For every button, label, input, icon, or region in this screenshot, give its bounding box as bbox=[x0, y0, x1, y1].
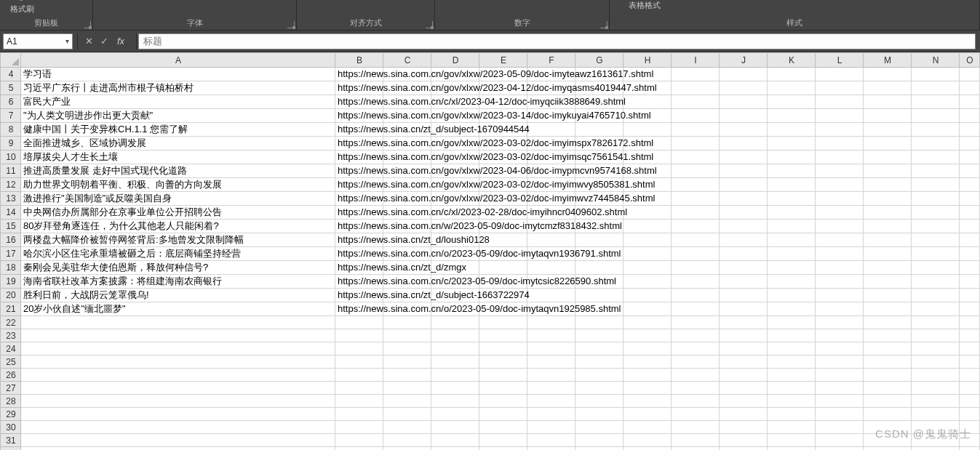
cell[interactable] bbox=[912, 302, 960, 316]
cell[interactable] bbox=[912, 150, 960, 164]
cell[interactable] bbox=[527, 342, 575, 355]
cell[interactable] bbox=[720, 302, 768, 316]
cell[interactable] bbox=[720, 178, 768, 192]
cell[interactable] bbox=[912, 137, 960, 150]
cell[interactable] bbox=[21, 408, 335, 421]
cell[interactable] bbox=[672, 447, 720, 451]
cell[interactable] bbox=[768, 123, 816, 137]
cell[interactable] bbox=[624, 447, 672, 451]
cell[interactable] bbox=[912, 275, 960, 289]
cell[interactable]: 习近平广东行丨走进高州市根子镇柏桥村 bbox=[21, 81, 335, 95]
cell[interactable] bbox=[912, 382, 960, 395]
cell[interactable] bbox=[479, 316, 527, 329]
cell[interactable] bbox=[960, 95, 980, 109]
column-header[interactable]: N bbox=[912, 53, 960, 68]
cell[interactable] bbox=[383, 408, 431, 421]
cell[interactable] bbox=[960, 178, 980, 192]
cell[interactable] bbox=[720, 164, 768, 178]
cell[interactable] bbox=[768, 178, 816, 192]
cell[interactable] bbox=[816, 68, 864, 81]
cell[interactable] bbox=[527, 289, 575, 302]
cell[interactable] bbox=[960, 369, 980, 382]
cell[interactable] bbox=[912, 395, 960, 408]
cell[interactable] bbox=[672, 342, 720, 355]
cell[interactable] bbox=[720, 355, 768, 369]
cell[interactable] bbox=[672, 233, 720, 247]
cell[interactable] bbox=[816, 382, 864, 395]
row-header[interactable]: 12 bbox=[1, 178, 21, 192]
cell[interactable] bbox=[335, 421, 383, 434]
row-header[interactable]: 17 bbox=[1, 247, 21, 261]
cell[interactable] bbox=[624, 220, 672, 233]
cell[interactable] bbox=[672, 123, 720, 137]
row-header[interactable]: 24 bbox=[1, 342, 21, 355]
column-header[interactable]: K bbox=[768, 53, 816, 68]
cell[interactable] bbox=[720, 421, 768, 434]
cell[interactable] bbox=[864, 302, 912, 316]
cell[interactable] bbox=[768, 247, 816, 261]
cell[interactable] bbox=[21, 355, 335, 369]
cell[interactable] bbox=[960, 408, 980, 421]
cell[interactable]: 激进推行"美国制造"或反噬美国自身 bbox=[21, 192, 335, 206]
cell[interactable] bbox=[527, 261, 575, 275]
cell[interactable] bbox=[768, 95, 816, 109]
cell[interactable] bbox=[864, 395, 912, 408]
cell[interactable] bbox=[960, 247, 980, 261]
cell[interactable] bbox=[912, 261, 960, 275]
row-header[interactable]: 7 bbox=[1, 109, 21, 123]
cell[interactable]: 健康中国丨关于变异株CH.1.1 您需了解 bbox=[21, 123, 335, 137]
row-header[interactable]: 4 bbox=[1, 68, 21, 81]
cell[interactable] bbox=[720, 109, 768, 123]
cell[interactable] bbox=[335, 382, 383, 395]
cell[interactable] bbox=[527, 123, 575, 137]
cell[interactable] bbox=[624, 395, 672, 408]
cell[interactable] bbox=[864, 95, 912, 109]
cell[interactable] bbox=[335, 355, 383, 369]
cell[interactable] bbox=[960, 395, 980, 408]
column-header[interactable]: C bbox=[383, 53, 431, 68]
cell[interactable]: 海南省联社改革方案披露：将组建海南农商银行 bbox=[21, 275, 335, 289]
cell[interactable] bbox=[383, 447, 431, 451]
cell[interactable] bbox=[383, 316, 431, 329]
cell[interactable] bbox=[960, 355, 980, 369]
cell[interactable] bbox=[960, 382, 980, 395]
cell[interactable] bbox=[431, 395, 479, 408]
cell[interactable] bbox=[912, 68, 960, 81]
cell[interactable] bbox=[21, 395, 335, 408]
cell[interactable] bbox=[864, 421, 912, 434]
cell[interactable] bbox=[816, 164, 864, 178]
cell[interactable] bbox=[21, 342, 335, 355]
cell[interactable] bbox=[960, 123, 980, 137]
cell[interactable] bbox=[912, 447, 960, 451]
cell[interactable] bbox=[720, 434, 768, 447]
row-header[interactable]: 30 bbox=[1, 421, 21, 434]
cell[interactable] bbox=[479, 329, 527, 342]
cell[interactable] bbox=[864, 206, 912, 220]
cell[interactable] bbox=[864, 369, 912, 382]
cell[interactable] bbox=[960, 233, 980, 247]
row-header[interactable]: 26 bbox=[1, 369, 21, 382]
cell[interactable] bbox=[912, 408, 960, 421]
cell[interactable]: https://news.sina.com.cn/gov/xlxw/2023-0… bbox=[335, 81, 383, 95]
cell[interactable] bbox=[624, 247, 672, 261]
cell[interactable]: 80岁拜登角逐连任，为什么其他老人只能闲着? bbox=[21, 220, 335, 233]
cell[interactable] bbox=[816, 178, 864, 192]
cell[interactable] bbox=[816, 275, 864, 289]
cell[interactable] bbox=[816, 355, 864, 369]
cell[interactable] bbox=[335, 316, 383, 329]
cell[interactable] bbox=[960, 206, 980, 220]
cell[interactable] bbox=[624, 421, 672, 434]
cell[interactable]: https://news.sina.cn/zt_d/subject-167094… bbox=[335, 123, 383, 137]
cell[interactable] bbox=[21, 421, 335, 434]
cell[interactable]: https://news.sina.com.cn/gov/xlxw/2023-0… bbox=[335, 109, 383, 123]
cell[interactable] bbox=[527, 316, 575, 329]
cancel-formula-button[interactable]: ✕ bbox=[85, 36, 93, 47]
cell[interactable] bbox=[864, 261, 912, 275]
cell[interactable] bbox=[672, 434, 720, 447]
cell[interactable] bbox=[575, 421, 624, 434]
cell[interactable] bbox=[960, 316, 980, 329]
dialog-launcher-icon[interactable] bbox=[84, 21, 91, 28]
cell[interactable]: https://news.sina.com.cn/c/2023-05-09/do… bbox=[335, 275, 383, 289]
cell[interactable] bbox=[383, 421, 431, 434]
cell[interactable]: 哈尔滨小区住宅承重墙被砸之后：底层商铺坚持经营 bbox=[21, 247, 335, 261]
